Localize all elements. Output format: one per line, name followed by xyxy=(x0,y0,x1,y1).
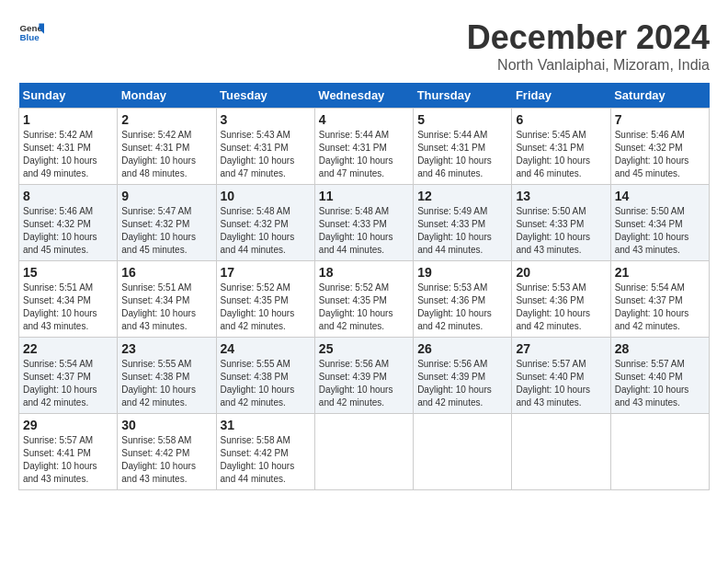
calendar-cell: 4Sunrise: 5:44 AMSunset: 4:31 PMDaylight… xyxy=(314,109,413,185)
day-number: 5 xyxy=(417,112,507,127)
calendar-cell: 24Sunrise: 5:55 AMSunset: 4:38 PMDayligh… xyxy=(216,338,314,414)
cell-content: Sunrise: 5:48 AMSunset: 4:32 PMDaylight:… xyxy=(221,205,311,257)
cell-content: Sunrise: 5:57 AMSunset: 4:40 PMDaylight:… xyxy=(516,358,606,409)
calendar-week-1: 1Sunrise: 5:42 AMSunset: 4:31 PMDaylight… xyxy=(19,109,710,185)
day-number: 14 xyxy=(615,189,705,203)
calendar-cell: 7Sunrise: 5:46 AMSunset: 4:32 PMDaylight… xyxy=(610,109,709,185)
day-number: 12 xyxy=(417,189,507,203)
day-number: 3 xyxy=(221,112,311,127)
day-number: 21 xyxy=(615,265,705,280)
calendar-cell: 27Sunrise: 5:57 AMSunset: 4:40 PMDayligh… xyxy=(512,338,610,414)
day-number: 31 xyxy=(221,418,311,432)
cell-content: Sunrise: 5:51 AMSunset: 4:34 PMDaylight:… xyxy=(121,282,211,333)
day-number: 28 xyxy=(615,341,705,356)
calendar-cell: 21Sunrise: 5:54 AMSunset: 4:37 PMDayligh… xyxy=(610,261,709,338)
cell-content: Sunrise: 5:47 AMSunset: 4:32 PMDaylight:… xyxy=(121,205,211,257)
calendar-cell xyxy=(512,414,610,490)
day-number: 24 xyxy=(221,341,311,356)
cell-content: Sunrise: 5:46 AMSunset: 4:32 PMDaylight:… xyxy=(23,205,113,257)
day-number: 19 xyxy=(417,265,507,280)
weekday-header-row: SundayMondayTuesdayWednesdayThursdayFrid… xyxy=(19,83,710,109)
calendar-cell: 22Sunrise: 5:54 AMSunset: 4:37 PMDayligh… xyxy=(19,338,118,414)
day-number: 20 xyxy=(516,265,606,280)
calendar-cell: 17Sunrise: 5:52 AMSunset: 4:35 PMDayligh… xyxy=(216,261,314,338)
cell-content: Sunrise: 5:58 AMSunset: 4:42 PMDaylight:… xyxy=(221,434,311,486)
calendar-week-4: 22Sunrise: 5:54 AMSunset: 4:37 PMDayligh… xyxy=(19,338,710,414)
day-number: 29 xyxy=(23,418,113,432)
calendar-cell: 1Sunrise: 5:42 AMSunset: 4:31 PMDaylight… xyxy=(19,109,118,185)
calendar-cell: 15Sunrise: 5:51 AMSunset: 4:34 PMDayligh… xyxy=(19,261,118,338)
calendar-cell: 3Sunrise: 5:43 AMSunset: 4:31 PMDaylight… xyxy=(216,109,314,185)
cell-content: Sunrise: 5:57 AMSunset: 4:40 PMDaylight:… xyxy=(615,358,705,409)
location-title: North Vanlaiphai, Mizoram, India xyxy=(467,57,710,74)
calendar-cell xyxy=(610,414,709,490)
cell-content: Sunrise: 5:58 AMSunset: 4:42 PMDaylight:… xyxy=(121,434,211,486)
calendar-week-5: 29Sunrise: 5:57 AMSunset: 4:41 PMDayligh… xyxy=(19,414,710,490)
cell-content: Sunrise: 5:54 AMSunset: 4:37 PMDaylight:… xyxy=(615,282,705,333)
day-number: 26 xyxy=(417,341,507,356)
calendar-cell: 23Sunrise: 5:55 AMSunset: 4:38 PMDayligh… xyxy=(118,338,216,414)
weekday-header-monday: Monday xyxy=(118,83,216,109)
day-number: 13 xyxy=(516,189,606,203)
cell-content: Sunrise: 5:50 AMSunset: 4:34 PMDaylight:… xyxy=(615,205,705,257)
cell-content: Sunrise: 5:42 AMSunset: 4:31 PMDaylight:… xyxy=(23,129,113,180)
day-number: 10 xyxy=(221,189,311,203)
day-number: 1 xyxy=(23,112,113,127)
day-number: 15 xyxy=(23,265,113,280)
day-number: 7 xyxy=(615,112,705,127)
calendar-cell: 5Sunrise: 5:44 AMSunset: 4:31 PMDaylight… xyxy=(414,109,512,185)
day-number: 27 xyxy=(516,341,606,356)
cell-content: Sunrise: 5:49 AMSunset: 4:33 PMDaylight:… xyxy=(417,205,507,257)
day-number: 16 xyxy=(121,265,211,280)
calendar-cell xyxy=(414,414,512,490)
calendar-cell: 19Sunrise: 5:53 AMSunset: 4:36 PMDayligh… xyxy=(414,261,512,338)
calendar-cell: 11Sunrise: 5:48 AMSunset: 4:33 PMDayligh… xyxy=(314,185,413,261)
cell-content: Sunrise: 5:45 AMSunset: 4:31 PMDaylight:… xyxy=(516,129,606,180)
cell-content: Sunrise: 5:46 AMSunset: 4:32 PMDaylight:… xyxy=(615,129,705,180)
day-number: 6 xyxy=(516,112,606,127)
logo: General Blue xyxy=(18,18,44,44)
svg-text:Blue: Blue xyxy=(19,32,40,42)
weekday-header-sunday: Sunday xyxy=(19,83,118,109)
calendar-cell: 30Sunrise: 5:58 AMSunset: 4:42 PMDayligh… xyxy=(118,414,216,490)
page-header: General Blue December 2024 North Vanlaip… xyxy=(18,18,710,74)
cell-content: Sunrise: 5:50 AMSunset: 4:33 PMDaylight:… xyxy=(516,205,606,257)
weekday-header-thursday: Thursday xyxy=(414,83,512,109)
calendar-cell: 8Sunrise: 5:46 AMSunset: 4:32 PMDaylight… xyxy=(19,185,118,261)
weekday-header-saturday: Saturday xyxy=(610,83,709,109)
cell-content: Sunrise: 5:52 AMSunset: 4:35 PMDaylight:… xyxy=(319,282,409,333)
calendar-cell: 6Sunrise: 5:45 AMSunset: 4:31 PMDaylight… xyxy=(512,109,610,185)
calendar-cell: 29Sunrise: 5:57 AMSunset: 4:41 PMDayligh… xyxy=(19,414,118,490)
day-number: 17 xyxy=(221,265,311,280)
cell-content: Sunrise: 5:51 AMSunset: 4:34 PMDaylight:… xyxy=(23,282,113,333)
calendar-cell: 26Sunrise: 5:56 AMSunset: 4:39 PMDayligh… xyxy=(414,338,512,414)
day-number: 4 xyxy=(319,112,409,127)
weekday-header-wednesday: Wednesday xyxy=(314,83,413,109)
cell-content: Sunrise: 5:42 AMSunset: 4:31 PMDaylight:… xyxy=(121,129,211,180)
day-number: 18 xyxy=(319,265,409,280)
cell-content: Sunrise: 5:55 AMSunset: 4:38 PMDaylight:… xyxy=(121,358,211,409)
cell-content: Sunrise: 5:43 AMSunset: 4:31 PMDaylight:… xyxy=(221,129,311,180)
calendar-table: SundayMondayTuesdayWednesdayThursdayFrid… xyxy=(18,83,710,490)
weekday-header-tuesday: Tuesday xyxy=(216,83,314,109)
day-number: 23 xyxy=(121,341,211,356)
day-number: 30 xyxy=(121,418,211,432)
day-number: 11 xyxy=(319,189,409,203)
cell-content: Sunrise: 5:48 AMSunset: 4:33 PMDaylight:… xyxy=(319,205,409,257)
cell-content: Sunrise: 5:44 AMSunset: 4:31 PMDaylight:… xyxy=(319,129,409,180)
calendar-cell: 16Sunrise: 5:51 AMSunset: 4:34 PMDayligh… xyxy=(118,261,216,338)
month-title: December 2024 xyxy=(467,18,710,57)
logo-icon: General Blue xyxy=(18,18,44,44)
calendar-cell: 10Sunrise: 5:48 AMSunset: 4:32 PMDayligh… xyxy=(216,185,314,261)
cell-content: Sunrise: 5:53 AMSunset: 4:36 PMDaylight:… xyxy=(417,282,507,333)
cell-content: Sunrise: 5:53 AMSunset: 4:36 PMDaylight:… xyxy=(516,282,606,333)
weekday-header-friday: Friday xyxy=(512,83,610,109)
calendar-cell: 2Sunrise: 5:42 AMSunset: 4:31 PMDaylight… xyxy=(118,109,216,185)
calendar-cell: 31Sunrise: 5:58 AMSunset: 4:42 PMDayligh… xyxy=(216,414,314,490)
day-number: 2 xyxy=(121,112,211,127)
calendar-cell: 18Sunrise: 5:52 AMSunset: 4:35 PMDayligh… xyxy=(314,261,413,338)
calendar-cell xyxy=(314,414,413,490)
calendar-cell: 28Sunrise: 5:57 AMSunset: 4:40 PMDayligh… xyxy=(610,338,709,414)
cell-content: Sunrise: 5:55 AMSunset: 4:38 PMDaylight:… xyxy=(221,358,311,409)
calendar-cell: 13Sunrise: 5:50 AMSunset: 4:33 PMDayligh… xyxy=(512,185,610,261)
